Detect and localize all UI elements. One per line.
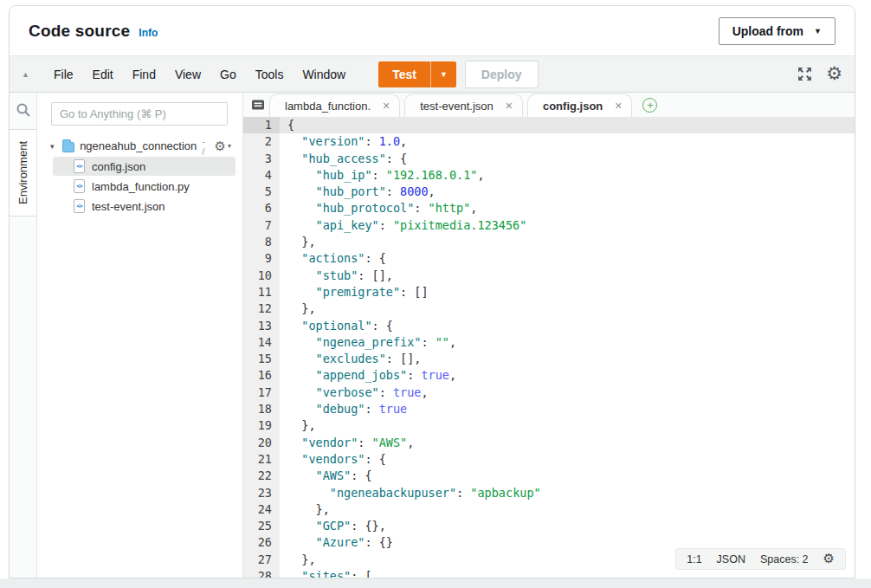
- code-token: [287, 436, 301, 449]
- line-number[interactable]: 26: [243, 534, 280, 551]
- tab-test-event-json[interactable]: test-event.json×: [404, 94, 523, 117]
- cursor-position[interactable]: 1:1: [687, 553, 701, 565]
- line-number[interactable]: 18: [243, 401, 280, 417]
- test-button-label[interactable]: Test: [378, 61, 430, 87]
- code-token: },: [287, 301, 316, 315]
- file-row-test-event-json[interactable]: <>test-event.json: [53, 197, 235, 216]
- code-token: ,: [400, 134, 407, 148]
- line-number[interactable]: 7: [243, 217, 280, 234]
- code-text: "hub_ip": "192.168.0.1",: [280, 167, 485, 184]
- line-number[interactable]: 3: [243, 151, 280, 167]
- folder-row-ngeneahub-connection[interactable]: ▾ ngeneahub_connection - / ⚙ ▾: [37, 136, 242, 156]
- code-token: [287, 535, 316, 549]
- folder-settings-gear-icon[interactable]: ⚙ ▾: [215, 139, 231, 154]
- syntax-mode[interactable]: JSON: [717, 553, 745, 565]
- code-token: ,: [449, 335, 456, 349]
- menu-item-go[interactable]: Go: [210, 62, 246, 87]
- folder-path-suffix: - /: [202, 136, 209, 157]
- tab-config-json[interactable]: config.json×: [527, 94, 633, 117]
- line-number[interactable]: 22: [243, 468, 280, 484]
- code-token: ,: [477, 168, 484, 182]
- code-file-icon: <>: [74, 159, 85, 173]
- code-line: 19 },: [243, 417, 855, 434]
- close-icon[interactable]: ×: [383, 99, 390, 113]
- file-name: test-event.json: [92, 200, 165, 213]
- test-dropdown-icon[interactable]: ▼: [430, 61, 456, 87]
- code-token: "pixitmedia.123456": [393, 218, 526, 232]
- code-token: "vendor": [301, 436, 358, 449]
- menu-item-view[interactable]: View: [165, 62, 210, 87]
- file-name: lambda_function.py: [92, 180, 190, 193]
- line-number[interactable]: 11: [243, 284, 280, 300]
- menu-item-window[interactable]: Window: [293, 62, 355, 87]
- line-number[interactable]: 19: [243, 417, 280, 434]
- line-number[interactable]: 9: [243, 250, 280, 267]
- editor-settings-gear-icon[interactable]: ⚙: [823, 552, 835, 565]
- code-line: 13 "optional": {: [243, 318, 855, 334]
- code-line: 11 "premigrate": []: [243, 284, 855, 300]
- code-lines[interactable]: 1{2 "version": 1.0,3 "hub_access": {4 "h…: [243, 117, 855, 578]
- code-token: :: [456, 486, 470, 500]
- indentation-setting[interactable]: Spaces: 2: [760, 553, 809, 565]
- line-number[interactable]: 5: [243, 184, 280, 200]
- editor-tabstrip: lambda_function.×test-event.json×config.…: [243, 93, 855, 117]
- line-number[interactable]: 1: [243, 117, 280, 133]
- deploy-button[interactable]: Deploy: [465, 61, 539, 88]
- tab-lambda-function[interactable]: lambda_function.×: [269, 94, 400, 117]
- environment-tab[interactable]: Environment: [10, 129, 36, 216]
- collapse-panel-icon[interactable]: ▲: [22, 70, 44, 79]
- tab-list: lambda_function.×test-event.json×config.…: [269, 94, 636, 117]
- info-link[interactable]: Info: [139, 27, 158, 39]
- menu-item-find[interactable]: Find: [123, 62, 165, 87]
- code-token: "sites": [301, 569, 351, 578]
- line-number[interactable]: 6: [243, 200, 280, 216]
- file-row-lambda-function-py[interactable]: <>lambda_function.py: [53, 177, 235, 196]
- fullscreen-icon[interactable]: [797, 66, 813, 82]
- line-number[interactable]: 15: [243, 351, 280, 367]
- line-number[interactable]: 20: [243, 435, 280, 451]
- code-text: "vendor": "AWS",: [280, 435, 414, 451]
- close-icon[interactable]: ×: [615, 99, 622, 113]
- code-token: 1.0: [379, 134, 400, 148]
- line-number[interactable]: 16: [243, 367, 280, 384]
- line-number[interactable]: 4: [243, 167, 280, 184]
- line-number[interactable]: 24: [243, 501, 280, 518]
- code-line: 2 "version": 1.0,: [243, 133, 855, 150]
- code-editor: lambda_function.×test-event.json×config.…: [243, 93, 855, 578]
- line-number[interactable]: 13: [243, 318, 280, 334]
- line-number[interactable]: 28: [243, 568, 280, 578]
- file-list: <>config.json<>lambda_function.py<>test-…: [37, 157, 242, 216]
- goto-anything-input[interactable]: [51, 102, 228, 126]
- folder-disclosure-icon[interactable]: ▾: [50, 142, 57, 151]
- settings-gear-icon[interactable]: ⚙: [826, 65, 842, 83]
- code-token: "excludes": [316, 352, 386, 365]
- line-number[interactable]: 21: [243, 451, 280, 468]
- line-number[interactable]: 27: [243, 552, 280, 568]
- line-number[interactable]: 8: [243, 234, 280, 250]
- upload-from-button[interactable]: Upload from ▼: [719, 17, 836, 45]
- code-token: : [: [351, 569, 371, 578]
- line-number[interactable]: 14: [243, 334, 280, 351]
- close-icon[interactable]: ×: [506, 99, 513, 113]
- line-number[interactable]: 17: [243, 384, 280, 401]
- code-token: [287, 569, 301, 578]
- menu-item-tools[interactable]: Tools: [246, 62, 294, 87]
- line-number[interactable]: 10: [243, 268, 280, 284]
- tab-label: lambda_function.: [285, 100, 371, 113]
- line-number[interactable]: 25: [243, 518, 280, 534]
- file-row-config-json[interactable]: <>config.json: [53, 157, 235, 176]
- open-files-list-icon[interactable]: [247, 93, 269, 117]
- line-number[interactable]: 2: [243, 133, 280, 150]
- line-number[interactable]: 23: [243, 485, 280, 501]
- test-split-button[interactable]: Test ▼: [378, 61, 456, 87]
- code-token: [287, 268, 316, 282]
- menu-item-edit[interactable]: Edit: [83, 62, 123, 87]
- file-tree: ▾ ngeneahub_connection - / ⚙ ▾ <>config.…: [37, 136, 242, 216]
- menu-item-file[interactable]: File: [44, 62, 83, 87]
- add-tab-icon[interactable]: +: [642, 98, 657, 113]
- code-text: {: [280, 117, 294, 133]
- code-text: },: [280, 234, 316, 250]
- line-number[interactable]: 12: [243, 300, 280, 317]
- search-icon[interactable]: [16, 102, 31, 118]
- code-text: "sites": [: [280, 568, 372, 578]
